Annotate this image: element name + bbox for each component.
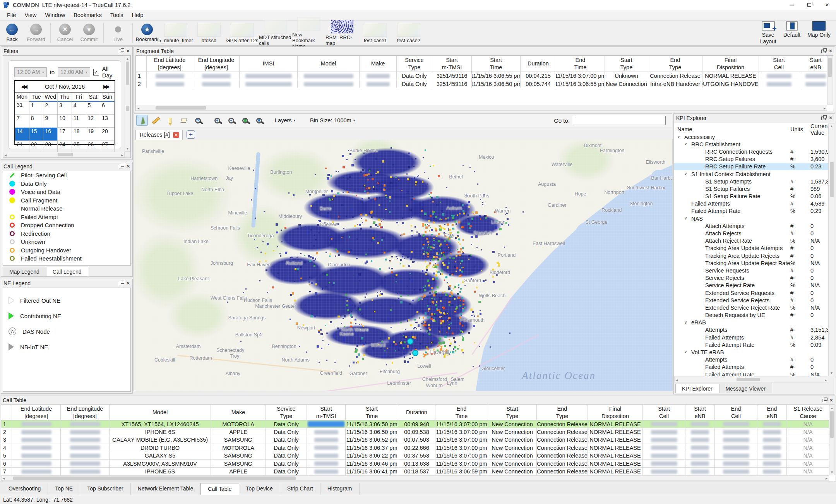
calendar-day-7[interactable]: 7: [15, 114, 29, 127]
kpi-row[interactable]: RRC Setup Failures#3,600: [674, 156, 828, 163]
kpi-row[interactable]: S1 Setup Failure Rate%0.06: [674, 193, 828, 200]
bookmark-item[interactable]: dfdssd: [192, 23, 226, 43]
kpi-vscrollbar[interactable]: ▴▾: [828, 123, 834, 376]
calendar-day-10[interactable]: 10: [58, 114, 72, 127]
tab-call-table[interactable]: Call Table: [200, 483, 239, 495]
calendar-day-31[interactable]: 31: [15, 101, 29, 114]
kpi-row[interactable]: ∨RRC Establishment: [674, 141, 828, 148]
kpi-row[interactable]: Attach Reject Rate%N/A: [674, 237, 828, 245]
kpi-row[interactable]: Attach Rejects#0: [674, 230, 828, 237]
calendar-day-16[interactable]: 16: [43, 127, 58, 141]
calendar-next-icon[interactable]: ▶▶: [98, 84, 115, 89]
add-tab-button[interactable]: +: [187, 130, 195, 139]
all-day-checkbox[interactable]: ✓: [93, 69, 99, 75]
tab-strip-chart[interactable]: Strip Chart: [280, 483, 320, 495]
table-row[interactable]: 2Data Only325145911611/15/16 3:06:50 pm0…: [136, 80, 827, 88]
toolbar-default-button[interactable]: Default: [783, 21, 800, 38]
menu-tools[interactable]: Tools: [106, 11, 127, 19]
calendar-day-9[interactable]: 9: [43, 114, 58, 127]
kpi-row[interactable]: Attempts#0: [674, 356, 828, 363]
calendar-day-13[interactable]: 13: [100, 114, 115, 127]
float-panel-icon[interactable]: [119, 282, 123, 285]
close-panel-icon[interactable]: ✕: [829, 116, 833, 120]
kpi-row[interactable]: Extended Service Reject Rate%N/A: [674, 304, 828, 311]
zoom-in-button[interactable]: +: [211, 115, 223, 126]
minimize-button[interactable]: [783, 0, 800, 10]
menu-window[interactable]: Window: [41, 11, 69, 19]
kpi-row[interactable]: Attach Attempts#0: [674, 222, 828, 230]
restore-button[interactable]: [800, 0, 818, 10]
kpi-row[interactable]: Tracking Area Update Attempts#0: [674, 245, 828, 252]
close-button[interactable]: ✕: [818, 0, 836, 10]
goto-input[interactable]: [573, 116, 666, 125]
tab-top-ne[interactable]: Top NE: [48, 483, 80, 495]
bookmark-item[interactable]: MDT stituched calls: [259, 20, 292, 46]
kpi-row[interactable]: ∨eRAB: [674, 319, 828, 326]
toolbar-back-button[interactable]: ←Back: [0, 24, 24, 42]
tab-call-legend[interactable]: Call Legend: [46, 267, 88, 276]
bin-size-control[interactable]: Bin Size: 1000m ▾: [310, 117, 355, 123]
calendar-day-12[interactable]: 12: [86, 114, 101, 127]
kpi-row[interactable]: RRC Connection Requests#1,590,9: [674, 148, 828, 155]
calendar-day-3[interactable]: 3: [58, 101, 72, 114]
kpi-row[interactable]: Detach Requests by UE#0: [674, 312, 828, 319]
zoom-point-button[interactable]: [253, 115, 265, 126]
toolbar-live-button[interactable]: Live: [106, 24, 130, 42]
time-to-select[interactable]: 12:00 AM▾: [58, 67, 90, 77]
kpi-row[interactable]: Service Requests#0: [674, 267, 828, 274]
calendar-day-5[interactable]: 5: [86, 101, 101, 114]
calendar-day-1[interactable]: 1: [29, 101, 44, 114]
kpi-row[interactable]: ∨NAS: [674, 215, 828, 222]
calendar-day-19[interactable]: 19: [86, 127, 101, 141]
selected-call-marker[interactable]: [412, 350, 418, 356]
tab-top-device[interactable]: Top Device: [239, 483, 280, 495]
calendar-day-20[interactable]: 20: [100, 127, 115, 141]
table-row[interactable]: 3GALAXY MOBILE (E.G. A3LSCHI535)SAMSUNGD…: [1, 436, 829, 444]
filters-hscrollbar[interactable]: ◂▸: [3, 152, 125, 158]
kpi-row[interactable]: S1 Setup Failures#989: [674, 185, 828, 192]
kpi-row[interactable]: Failed Attempts#4,589: [674, 200, 828, 207]
fragment-hscrollbar[interactable]: ◂▸: [136, 105, 827, 111]
map-canvas[interactable]: ParishvilleBurke HollowDixmontFarmington…: [134, 140, 672, 391]
table-row[interactable]: 7IPHONE 6SAPPLEData Only11/15/16 3:06:41…: [1, 468, 829, 475]
calendar-day-2[interactable]: 2: [43, 101, 58, 114]
calendar-day-18[interactable]: 18: [72, 127, 86, 141]
calendar-day-6[interactable]: 6: [100, 101, 115, 114]
kpi-row[interactable]: ∨VoLTE eRAB: [674, 348, 828, 356]
toolbar-bookmark-button[interactable]: ★Bookmark: [135, 24, 159, 42]
kpi-row[interactable]: Failed Attempt Rate%0.29: [674, 207, 828, 215]
table-row[interactable]: 1XT1565, XT1564, LX12460245MOTOROLAData …: [1, 420, 829, 428]
zoom-box-button[interactable]: [239, 115, 251, 126]
toolbar-forward-button[interactable]: →Forward: [24, 24, 48, 42]
table-row[interactable]: 6A3LSMG900V, A3LSMN910VSAMSUNGData Only1…: [1, 460, 829, 468]
tab-histogram[interactable]: Histogram: [320, 483, 360, 495]
calendar-day-15[interactable]: 15: [29, 127, 44, 141]
toolbar-map-only-button[interactable]: Map Only: [807, 21, 831, 38]
table-row[interactable]: 4DROID TURBOMOTOROLAData Only11/15/16 3:…: [1, 444, 829, 452]
filters-vscrollbar[interactable]: ▴▾: [125, 56, 130, 152]
toolbar-commit-button[interactable]: ▼Commit: [77, 24, 101, 42]
kpi-row[interactable]: Failed Attempt Rate%0.09: [674, 341, 828, 348]
table-row[interactable]: 5GALAXY S5SAMSUNGData Only11/15/16 3:06:…: [1, 452, 829, 460]
float-panel-icon[interactable]: [821, 50, 826, 53]
bookmark-item[interactable]: RSM_RRC-map: [325, 20, 359, 46]
time-from-select[interactable]: 12:00 AM▾: [14, 67, 47, 77]
toolbar-cancel-button[interactable]: ✕Cancel: [53, 24, 77, 42]
float-panel-icon[interactable]: [822, 399, 826, 402]
close-panel-icon[interactable]: ✕: [126, 164, 130, 169]
kpi-row[interactable]: Failed Attempts#2,854: [674, 334, 828, 341]
draw-tool-button[interactable]: [164, 115, 176, 126]
close-tab-icon[interactable]: ✕: [173, 132, 179, 138]
call-hscrollbar[interactable]: ◂ ▸: [1, 475, 829, 481]
kpi-row[interactable]: ∨Accessibility: [674, 136, 828, 141]
measure-tool-button[interactable]: [150, 115, 162, 126]
close-panel-icon[interactable]: ✕: [829, 49, 833, 53]
calendar-day-4[interactable]: 4: [72, 101, 86, 114]
tab-releases[interactable]: Releases [#] ✕: [135, 130, 183, 140]
calendar-day-14[interactable]: 14: [15, 127, 29, 141]
kpi-row[interactable]: S1 Setup Attempts#1,587,3: [674, 178, 828, 185]
menu-bookmarks[interactable]: Bookmarks: [70, 11, 106, 19]
close-panel-icon[interactable]: ✕: [126, 281, 130, 286]
menu-help[interactable]: Help: [128, 11, 147, 19]
zoom-out-button[interactable]: −: [225, 115, 237, 126]
